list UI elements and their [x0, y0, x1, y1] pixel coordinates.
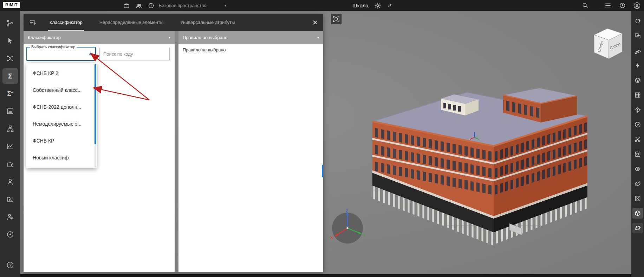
measure-icon[interactable] [632, 45, 643, 56]
share-icon[interactable] [387, 2, 393, 9]
panel-tab-bar: Классификатор Нераспределённые элементы … [24, 14, 323, 31]
dropdown-item[interactable]: Собственный класс... [26, 82, 97, 99]
viewport-bottom-edge [20, 274, 644, 277]
gizmo-z-label: Z [346, 209, 348, 213]
orbit-icon[interactable] [632, 16, 643, 26]
select-cursor-icon[interactable] [2, 33, 18, 49]
rule-section-title: Правило не выбрано [183, 35, 227, 40]
classifier-sigma-icon[interactable]: Σ [2, 68, 18, 84]
viewports-icon[interactable] [632, 31, 643, 41]
dropdown-item[interactable]: ФСНБ КР [26, 132, 97, 149]
search-icon[interactable] [582, 2, 588, 9]
shared-folder-icon[interactable] [2, 191, 18, 207]
right-toolbar: P [631, 11, 644, 277]
menu-list-icon[interactable] [605, 2, 611, 9]
classifier-card: Классификатор ▾ Выбрать классификатор ФС… [24, 31, 175, 272]
svg-text:2D: 2D [8, 110, 12, 113]
rule-card: Правило не выбрано ▾ Правило не выбрано [178, 31, 323, 272]
2d-view-icon[interactable]: 2D [2, 103, 18, 119]
rule-scrollbar-thumb[interactable] [322, 165, 323, 177]
top-bar: BiMiT Базовое пространство ▾ Школа [0, 0, 644, 11]
plugin-puzzle-icon[interactable] [2, 156, 18, 172]
hierarchy-icon[interactable] [2, 121, 18, 137]
plan-p-icon[interactable]: P [632, 119, 643, 130]
axis-gizmo[interactable]: Z X Y [328, 208, 367, 250]
connections-icon[interactable] [2, 51, 18, 66]
code-search-input[interactable] [100, 47, 169, 61]
show-eye-icon[interactable] [632, 164, 643, 174]
user-account-icon[interactable] [633, 2, 640, 9]
tab-unassigned-elements[interactable]: Нераспределённые элементы [91, 14, 172, 31]
sort-filter-icon[interactable] [24, 19, 41, 26]
app-logo: BiMiT [3, 2, 20, 8]
chevron-down-icon: ▾ [169, 36, 170, 39]
classifier-dropdown-list: ФСНБ КР 2 Собственный класс... ФСНБ-2022… [26, 63, 97, 168]
project-title: Школа [352, 2, 369, 8]
layers-icon[interactable] [632, 75, 643, 86]
chevron-up-icon [89, 52, 92, 55]
clear-selection-icon[interactable] [632, 193, 643, 204]
recent-clock-icon[interactable] [619, 2, 626, 9]
model-tree-icon[interactable] [2, 15, 18, 31]
chart-icon[interactable] [2, 139, 18, 154]
sigma-add-icon[interactable]: Σ+ [2, 86, 18, 101]
classifier-section-header[interactable]: Классификатор ▾ [24, 31, 175, 44]
svg-text:P: P [637, 123, 639, 127]
hide-eye-icon[interactable] [632, 178, 643, 189]
help-icon[interactable]: ? [2, 257, 18, 273]
settings-gear-icon[interactable] [375, 2, 381, 9]
team-icon[interactable] [135, 2, 142, 9]
building-model[interactable] [362, 84, 590, 250]
dropdown-scrollbar-thumb[interactable] [95, 64, 96, 144]
dropdown-item[interactable]: Новый классиф [26, 149, 97, 166]
workspace-selector[interactable]: Базовое пространство ▾ [159, 0, 226, 11]
section-cut-icon[interactable] [632, 134, 643, 145]
close-icon[interactable]: × [313, 14, 323, 31]
rule-section-header[interactable]: Правило не выбрано ▾ [178, 31, 323, 44]
locate-target-icon[interactable] [632, 105, 643, 115]
history-icon[interactable] [148, 2, 155, 9]
classifier-select-label: Выбрать классификатор [30, 45, 77, 49]
classifier-panel: Классификатор Нераспределённые элементы … [24, 14, 323, 272]
gizmo-y-label: Y [363, 233, 366, 237]
navigation-cube[interactable]: Слева Сзади [591, 24, 625, 61]
workspace-label: Базовое пространство [159, 3, 207, 8]
user-location-icon[interactable] [2, 209, 18, 225]
zoom-fit-button[interactable] [331, 14, 341, 24]
clash-icon[interactable] [632, 60, 643, 71]
user-icon[interactable] [2, 174, 18, 189]
selection-frame-icon[interactable] [632, 149, 643, 159]
chevron-down-icon: ▾ [317, 36, 319, 39]
left-toolbar: Σ Σ+ 2D ? [0, 11, 20, 277]
chevron-down-icon: ▾ [225, 4, 226, 7]
dropdown-item[interactable]: Немоделируемые э... [26, 115, 97, 132]
classifier-select-input[interactable] [27, 48, 95, 60]
orbit-mode-icon[interactable] [632, 223, 643, 233]
rule-empty-text: Правило не выбрано [178, 44, 323, 56]
box-mode-icon[interactable] [632, 208, 643, 219]
svg-text:?: ? [9, 263, 12, 267]
dropdown-item[interactable]: ФСНБ-2022 дополн... [26, 99, 97, 115]
grid-icon[interactable] [632, 90, 643, 100]
project-icon[interactable] [123, 2, 130, 9]
gauge-icon[interactable] [2, 227, 18, 242]
code-search[interactable] [99, 47, 170, 61]
classifier-select[interactable]: Выбрать классификатор [26, 47, 96, 61]
tab-classifier[interactable]: Классификатор [41, 14, 91, 31]
classifier-section-title: Классификатор [28, 35, 61, 40]
dropdown-item[interactable]: ФСНБ КР 2 [26, 65, 97, 82]
gizmo-x-label: X [330, 235, 333, 240]
tab-universal-attributes[interactable]: Универсальные атрибуты [172, 14, 243, 31]
